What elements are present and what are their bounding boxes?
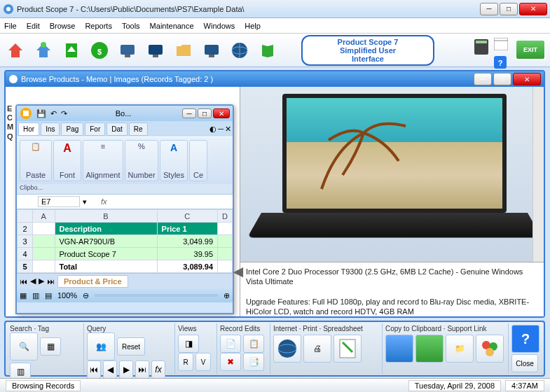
sheet-tab[interactable]: Product & Price [57,275,128,288]
tab-page[interactable]: Pag [61,122,83,136]
monitor2-icon[interactable] [144,39,167,62]
name-box[interactable] [38,196,80,207]
nav-prev-icon[interactable]: ◀ [30,276,36,286]
first-icon[interactable]: ⏮ [87,360,101,379]
spreadsheet-icon[interactable] [334,335,362,363]
clip-blue-icon[interactable] [385,335,413,363]
main-toolbar: $ Product Scope 7Simplified UserInterfac… [0,34,550,67]
arrow-icon: ◄ [230,262,247,281]
internet-icon[interactable] [273,335,301,363]
nav-last-icon[interactable]: ⏭ [47,277,55,286]
office-icon[interactable] [20,107,32,120]
menu-tools[interactable]: Tools [122,22,140,30]
ex-close-button[interactable]: ✕ [213,108,230,118]
delete-icon[interactable]: ✖ [220,353,241,371]
ex-max-button[interactable]: □ [198,108,212,118]
new-doc-icon[interactable]: 📄 [220,335,241,353]
maximize-button[interactable]: □ [500,3,518,15]
align-icon[interactable]: ≡ [101,142,105,150]
monitor1-icon[interactable] [116,39,139,62]
copy-doc-icon[interactable]: 📋 [243,335,264,353]
next-icon[interactable]: ▶ [119,360,133,379]
side-labels: ECMQ [7,104,13,141]
view-break-icon[interactable]: ▤ [45,291,52,300]
ribbon-min-icon[interactable]: ─ [218,125,224,133]
menu-maintenance[interactable]: Maintenance [150,22,194,30]
zoom-out-icon[interactable]: ⊖ [83,291,89,300]
clip-green-icon[interactable] [415,335,444,363]
prev-icon[interactable]: ◀ [103,360,117,379]
ribbon-x-icon[interactable]: ✕ [225,125,231,134]
scrollbar[interactable] [532,87,544,262]
nav-first-icon[interactable]: ⏮ [20,277,27,286]
view-layout-icon[interactable]: ▥ [32,291,39,300]
calculator-icon[interactable] [474,39,488,55]
money-icon[interactable]: $ [88,39,111,62]
last-icon[interactable]: ⏭ [135,360,149,379]
print-icon[interactable]: 🖨 [303,335,331,363]
book-icon[interactable] [256,39,279,62]
folder2-icon[interactable]: 📁 [446,335,474,363]
people-icon[interactable] [476,335,504,363]
sub-close-button[interactable]: ✕ [513,73,541,85]
exit-button[interactable]: EXIT [515,39,546,60]
app-icon [3,4,14,15]
menu-edit[interactable]: Edit [27,22,40,30]
menu-reports[interactable]: Reports [85,22,112,30]
tab-insert[interactable]: Ins [41,122,60,136]
globe-icon[interactable] [228,39,251,62]
dropdown-icon[interactable]: ▾ [83,197,87,206]
house-icon[interactable] [32,39,55,62]
ribbon-help-icon[interactable]: ◐ [209,125,216,134]
ex-min-button[interactable]: ─ [182,108,196,118]
save-icon[interactable]: 💾 [36,109,46,118]
svg-point-23 [9,75,18,83]
tab-review[interactable]: Re [129,122,148,136]
paste-icon[interactable]: 📋 [31,142,41,151]
search-icon[interactable]: 🔍 [10,332,38,360]
number-icon[interactable]: % [138,142,145,150]
paste-doc-icon[interactable]: 📑 [243,353,264,371]
status-bar: Browsing Records Tuesday, April 29, 2008… [0,378,550,392]
styles-icon[interactable]: A [170,142,177,153]
calendar-icon[interactable] [494,38,508,55]
folder-icon[interactable] [172,39,195,62]
redo-icon[interactable]: ↷ [61,109,67,118]
fx-label: fx [101,197,107,206]
menu-browse[interactable]: Browse [50,22,76,30]
r-button[interactable]: R [178,353,193,371]
font-icon[interactable]: A [63,142,71,155]
menu-windows[interactable]: Windows [204,22,235,30]
home-icon[interactable] [4,39,27,62]
reset-button[interactable]: Reset [117,337,145,356]
svg-marker-2 [8,43,22,57]
minimize-button[interactable]: ─ [480,3,498,15]
help-icon[interactable]: ? [494,56,507,69]
grid4-icon[interactable]: ▦ [40,337,61,356]
view-normal-icon[interactable]: ▦ [20,291,27,300]
views-icon[interactable]: ◨ [178,335,199,353]
fx-icon[interactable]: fx [151,360,165,379]
nav-next-icon[interactable]: ▶ [39,276,44,286]
spreadsheet-grid[interactable]: ABCD 2DescriptionPrice 1 3VGN-AR790U/B3,… [17,209,233,273]
svg-rect-25 [23,111,29,116]
status-text: Browsing Records [6,380,81,391]
sub-maximize-button[interactable]: □ [493,73,511,85]
monitor3-icon[interactable] [200,39,223,62]
undo-icon[interactable]: ↶ [50,109,57,118]
close-button[interactable]: ✕ [519,3,547,15]
window-title: Product Scope 7 - C:\Users\Public\Docume… [17,5,480,13]
sub-minimize-button[interactable]: ─ [474,73,492,85]
menu-file[interactable]: File [4,22,17,30]
v-button[interactable]: V [195,353,211,371]
query-icon[interactable]: 👥 [87,332,115,360]
tab-home[interactable]: Hor [18,122,39,136]
tab-data[interactable]: Dat [106,122,128,136]
close-panel-button[interactable]: Close [511,354,538,372]
svg-rect-13 [205,45,219,55]
tab-formulas[interactable]: For [85,122,105,136]
zoom-in-icon[interactable]: ⊕ [224,291,230,300]
help-button[interactable]: ? [511,325,539,353]
download-icon[interactable] [60,39,83,62]
menu-help[interactable]: Help [245,22,261,30]
